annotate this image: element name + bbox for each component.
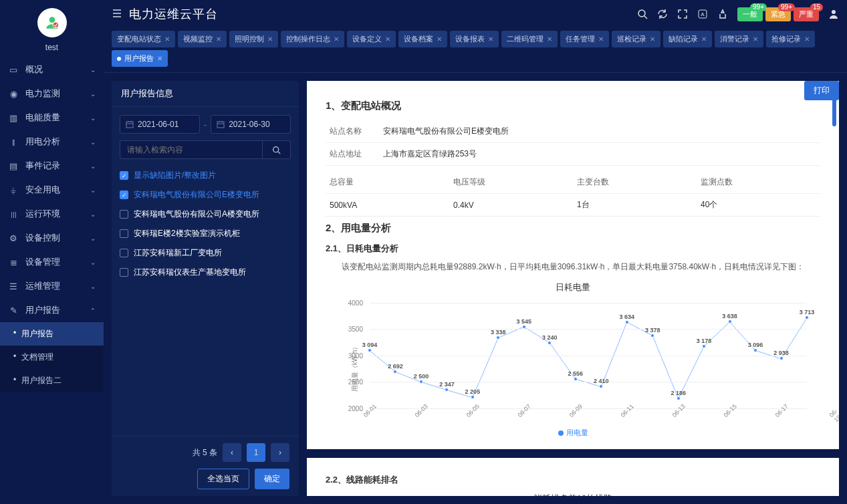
spec-header: 总容量 [326,171,449,194]
tab[interactable]: 照明控制✕ [229,31,278,47]
search-button[interactable] [262,140,291,159]
data-point [625,320,629,324]
checkbox[interactable] [120,249,128,257]
tab-close-icon[interactable]: ✕ [650,35,655,43]
confirm-button[interactable]: 确定 [255,469,289,489]
station-checkbox-item[interactable]: 安科瑞E楼2楼实验室演示机柜 [120,224,291,243]
badge-count: 99+ [778,3,795,11]
chart-legend: 用电量 [331,428,815,438]
checkbox[interactable] [120,229,128,238]
nav-item[interactable]: ⚙设备控制⌄ [0,226,104,250]
nav-item[interactable]: ≣设备管理⌄ [0,250,104,274]
tab-label: 二维码管理 [507,34,543,44]
language-icon[interactable]: A [697,9,708,19]
svg-point-0 [49,17,55,23]
nav-item[interactable]: ⫿用电分析⌄ [0,130,104,154]
tab-close-icon[interactable]: ✕ [334,35,339,43]
data-label: 3 378 [645,327,660,334]
chart-area: 3 0942 6922 5002 3472 2053 3383 5453 240… [370,303,807,408]
tab-label: 视频监控 [183,34,213,44]
select-all-button[interactable]: 全选当页 [197,469,249,489]
next-page-button[interactable]: › [271,443,289,462]
alert-badge[interactable]: 严重15 [794,7,819,21]
search-icon[interactable] [637,9,648,19]
alert-badge[interactable]: 紧急99+ [765,7,791,21]
station-checkbox-item[interactable]: 安科瑞电气股份有限公司E楼变电所 [120,185,291,205]
tab[interactable]: 抢修记录✕ [766,31,815,47]
avatar[interactable] [37,8,67,37]
tab-close-icon[interactable]: ✕ [804,35,810,43]
nav-sub-item[interactable]: 文档管理 [0,346,104,369]
nav-item[interactable]: ◉电力监测⌄ [0,82,104,106]
main: 电力运维云平台 A 一般99+紧急99+严重15 变配电站状态✕视频监控✕照明控… [104,0,847,504]
station-checkbox-item[interactable]: 安科瑞电气股份有限公司A楼变电所 [120,205,291,224]
prev-page-button[interactable]: ‹ [223,443,241,462]
nav-item[interactable]: ⏚安全用电⌄ [0,178,104,202]
station-checkbox-item[interactable]: 江苏安科瑞仪表生产基地变电所 [120,263,291,282]
data-label: 2 205 [465,388,481,395]
tab-close-icon[interactable]: ✕ [488,35,493,43]
date-from-input[interactable]: 2021-06-01 [120,115,200,134]
checkbox[interactable] [120,268,128,277]
nav-label: 设备控制 [25,232,60,244]
tab[interactable]: 任务管理✕ [560,31,609,47]
tab-close-icon[interactable]: ✕ [385,35,390,43]
nav-item[interactable]: ▭概况⌄ [0,57,104,82]
nav-item[interactable]: ▤事件记录⌄ [0,154,104,178]
menu-toggle-icon[interactable] [112,8,122,21]
tab[interactable]: 消警记录✕ [715,31,763,47]
print-button[interactable]: 打印 [804,81,839,100]
nav-sub-item[interactable]: 用户报告 [0,322,104,346]
tab[interactable]: 控制操作日志✕ [281,31,344,47]
alert-badge[interactable]: 一般99+ [737,7,763,21]
calendar-icon [217,120,225,128]
fullscreen-icon[interactable] [677,9,688,19]
tab-close-icon[interactable]: ✕ [547,35,552,43]
tab-close-icon[interactable]: ✕ [598,35,604,43]
clipboard-icon: ▤ [8,160,19,171]
checkbox[interactable] [120,210,128,219]
tab[interactable]: 视频监控✕ [178,31,227,47]
nav-item[interactable]: ✎用户报告⌄ [0,298,104,322]
nav-item[interactable]: ⫼运行环境⌄ [0,202,104,226]
tab[interactable]: 二维码管理✕ [501,31,558,47]
info-value: 上海市嘉定区育绿路253号 [379,143,820,166]
tab[interactable]: 设备报表✕ [450,31,499,47]
tab[interactable]: 用户报告✕ [112,50,168,67]
tab[interactable]: 巡检记录✕ [612,31,660,47]
tab-close-icon[interactable]: ✕ [267,35,273,43]
tab-close-icon[interactable]: ✕ [216,35,221,43]
tab[interactable]: 设备档案✕ [398,31,447,47]
data-point [728,320,732,324]
cog-icon: ⚙ [8,233,19,243]
tab[interactable]: 缺陷记录✕ [663,31,712,47]
station-checkbox-item[interactable]: 江苏安科瑞新工厂变电所 [120,243,291,263]
user-icon[interactable] [828,9,839,19]
tab-close-icon[interactable]: ✕ [437,35,442,43]
page-number[interactable]: 1 [247,443,265,462]
date-to-input[interactable]: 2021-06-30 [211,115,291,134]
svg-point-8 [273,146,279,152]
tab-close-icon[interactable]: ✕ [701,35,707,43]
refresh-icon[interactable] [657,9,668,19]
data-label: 2 938 [773,350,789,356]
tab-close-icon[interactable]: ✕ [164,35,170,43]
tab-close-icon[interactable]: ✕ [753,35,758,43]
station-label: 江苏安科瑞新工厂变电所 [134,247,222,259]
date-range: 2021-06-01 - 2021-06-30 [120,115,291,134]
avatar-icon [43,14,61,31]
tab-close-icon[interactable]: ✕ [157,55,162,62]
search-input[interactable] [120,140,262,159]
tab[interactable]: 设备定义✕ [347,31,396,47]
station-checkbox-item[interactable]: 显示缺陷图片/整改图片 [120,166,291,185]
checkbox[interactable] [120,171,128,180]
tab-label: 巡检记录 [617,34,646,44]
nav-item[interactable]: ▥电能质量⌄ [0,106,104,130]
theme-icon[interactable] [717,9,728,19]
nav-item[interactable]: ☰运维管理⌄ [0,274,104,298]
chevron-down-icon: ⌄ [90,162,96,170]
chart-title: 日耗电量 [326,281,820,293]
nav-sub-item[interactable]: 用户报告二 [0,369,104,392]
tab[interactable]: 变配电站状态✕ [112,31,175,47]
checkbox[interactable] [120,191,128,199]
